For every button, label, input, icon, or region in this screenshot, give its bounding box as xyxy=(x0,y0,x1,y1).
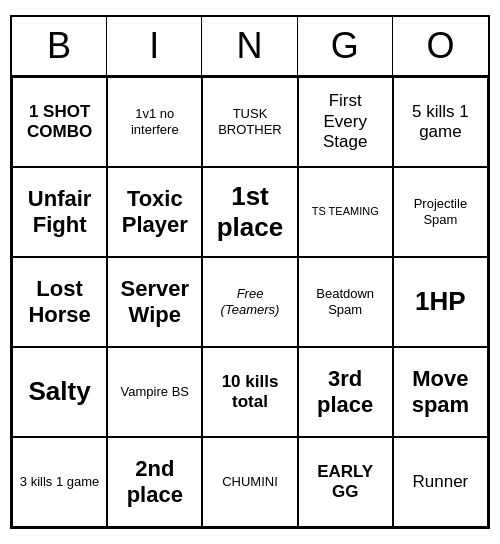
bingo-cell-23: EARLY GG xyxy=(298,437,393,527)
bingo-cell-16: Vampire BS xyxy=(107,347,202,437)
cell-text: Toxic Player xyxy=(114,186,195,239)
bingo-cell-6: Toxic Player xyxy=(107,167,202,257)
cell-text: Projectile Spam xyxy=(400,196,481,227)
cell-text: Free (Teamers) xyxy=(209,286,290,317)
cell-text: 1HP xyxy=(415,286,466,317)
cell-text: 2nd place xyxy=(114,456,195,509)
header-letter: B xyxy=(12,17,107,75)
cell-text: Unfair Fight xyxy=(19,186,100,239)
bingo-cell-19: Move spam xyxy=(393,347,488,437)
cell-text: 1 SHOT COMBO xyxy=(19,102,100,143)
cell-text: 3 kills 1 game xyxy=(20,474,99,490)
bingo-cell-0: 1 SHOT COMBO xyxy=(12,77,107,167)
bingo-cell-15: Salty xyxy=(12,347,107,437)
bingo-cell-7: 1st place xyxy=(202,167,297,257)
cell-text: Move spam xyxy=(400,366,481,419)
bingo-cell-4: 5 kills 1 game xyxy=(393,77,488,167)
bingo-cell-20: 3 kills 1 game xyxy=(12,437,107,527)
cell-text: 1st place xyxy=(209,181,290,243)
bingo-card: BINGO 1 SHOT COMBO1v1 no interfereTUSK B… xyxy=(10,15,490,529)
bingo-cell-14: 1HP xyxy=(393,257,488,347)
cell-text: Salty xyxy=(29,376,91,407)
bingo-cell-13: Beatdown Spam xyxy=(298,257,393,347)
bingo-cell-1: 1v1 no interfere xyxy=(107,77,202,167)
bingo-cell-22: CHUMINI xyxy=(202,437,297,527)
bingo-cell-3: First Every Stage xyxy=(298,77,393,167)
cell-text: Lost Horse xyxy=(19,276,100,329)
cell-text: 10 kills total xyxy=(209,372,290,413)
header-letter: G xyxy=(298,17,393,75)
bingo-cell-11: Server Wipe xyxy=(107,257,202,347)
bingo-cell-18: 3rd place xyxy=(298,347,393,437)
bingo-header: BINGO xyxy=(12,17,488,77)
cell-text: Beatdown Spam xyxy=(305,286,386,317)
bingo-cell-2: TUSK BROTHER xyxy=(202,77,297,167)
bingo-cell-5: Unfair Fight xyxy=(12,167,107,257)
bingo-cell-17: 10 kills total xyxy=(202,347,297,437)
cell-text: TS TEAMING xyxy=(312,205,379,218)
cell-text: Vampire BS xyxy=(121,384,189,400)
cell-text: Runner xyxy=(413,472,469,492)
bingo-cell-12: Free (Teamers) xyxy=(202,257,297,347)
cell-text: First Every Stage xyxy=(305,91,386,152)
cell-text: 3rd place xyxy=(305,366,386,419)
header-letter: O xyxy=(393,17,488,75)
cell-text: EARLY GG xyxy=(305,462,386,503)
bingo-cell-21: 2nd place xyxy=(107,437,202,527)
bingo-cell-24: Runner xyxy=(393,437,488,527)
header-letter: N xyxy=(202,17,297,75)
cell-text: TUSK BROTHER xyxy=(209,106,290,137)
cell-text: Server Wipe xyxy=(114,276,195,329)
cell-text: CHUMINI xyxy=(222,474,278,490)
cell-text: 1v1 no interfere xyxy=(114,106,195,137)
bingo-cell-8: TS TEAMING xyxy=(298,167,393,257)
bingo-grid: 1 SHOT COMBO1v1 no interfereTUSK BROTHER… xyxy=(12,77,488,527)
header-letter: I xyxy=(107,17,202,75)
cell-text: 5 kills 1 game xyxy=(400,102,481,143)
bingo-cell-9: Projectile Spam xyxy=(393,167,488,257)
bingo-cell-10: Lost Horse xyxy=(12,257,107,347)
